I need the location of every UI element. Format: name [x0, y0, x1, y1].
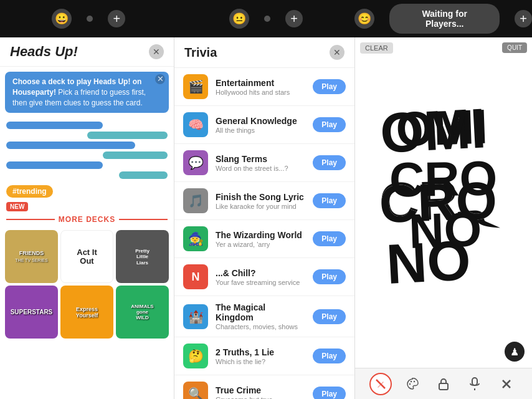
- play-button-finishthesong[interactable]: Play: [313, 193, 346, 208]
- deck-card-label: ExpressYourself: [76, 306, 98, 319]
- more-decks-line-right: [119, 219, 168, 220]
- top-bar-section-2: 😐 +: [178, 0, 355, 37]
- play-button-generalknowledge[interactable]: Play: [313, 117, 346, 132]
- avatar-1: 😀: [52, 9, 72, 29]
- top-bar-section-1: 😀 +: [0, 0, 178, 37]
- play-button-wizarding[interactable]: Play: [313, 231, 346, 246]
- trivia-text-chill: ...& Chill? Your fave streaming service: [216, 268, 305, 286]
- play-button-entertainment[interactable]: Play: [313, 79, 346, 94]
- player-icon-area: ♟: [505, 342, 525, 362]
- play-button-magickingdom[interactable]: Play: [313, 309, 346, 324]
- trending-area: #trending: [0, 183, 174, 200]
- deck-card-superstars[interactable]: SUPERSTARS: [5, 286, 58, 339]
- play-button-truecrime[interactable]: Play: [313, 387, 346, 399]
- microphone-icon: [469, 377, 480, 391]
- top-bar: 😀 + 😐 + 😊 Waiting for Players... +: [0, 0, 532, 37]
- trivia-item-name: Entertainment: [216, 78, 305, 88]
- chat-bubble: [119, 171, 168, 179]
- trivia-icon-truths: 🤔: [183, 344, 208, 368]
- trivia-close-button[interactable]: ✕: [330, 45, 344, 60]
- trivia-text-entertainment: Entertainment Hollywood hits and stars: [216, 78, 305, 96]
- deck-card-label: FRIENDSTHE TV SERIES: [15, 250, 47, 264]
- trivia-item-truecrime: 🔍 True Crime Gruesome but true Play: [174, 375, 354, 399]
- trivia-item-entertainment: 🎬 Entertainment Hollywood hits and stars…: [174, 68, 354, 106]
- deck-card-label: ANIMALSgoneWILD: [131, 304, 153, 320]
- headsup-close-button[interactable]: ✕: [149, 44, 164, 59]
- deck-card-label: SUPERSTARS: [11, 309, 53, 315]
- trivia-header: Trivia ✕: [174, 37, 354, 68]
- deck-card-label: PrettyLittleLiars: [135, 248, 150, 266]
- chat-bubble: [103, 151, 168, 159]
- add-button-3[interactable]: +: [515, 10, 532, 27]
- trivia-panel: Trivia ✕ 🎬 Entertainment Hollywood hits …: [174, 37, 355, 399]
- more-decks-line-left: [6, 219, 55, 220]
- trivia-icon-magickingdom: 🏰: [183, 304, 208, 329]
- palette-button[interactable]: [401, 373, 424, 395]
- avatar-2: 😐: [229, 9, 249, 29]
- chat-row-2: [6, 132, 168, 139]
- trivia-text-finishthesong: Finish the Song Lyric Like karaoke for y…: [216, 192, 305, 210]
- main-content: Heads Up! ✕ ✕ Choose a deck to play Head…: [0, 37, 532, 399]
- trivia-icon-truecrime: 🔍: [183, 382, 208, 399]
- trivia-item-name: Finish the Song Lyric: [216, 192, 305, 202]
- trivia-item-desc: Your fave streaming service: [216, 279, 305, 286]
- palette-icon: [406, 378, 419, 390]
- svg-rect-10: [472, 378, 477, 385]
- add-button-1[interactable]: +: [108, 10, 125, 27]
- deck-card-expressyourself[interactable]: ExpressYourself: [60, 286, 113, 339]
- add-button-2[interactable]: +: [285, 10, 303, 27]
- deck-card-prettylittleliars[interactable]: PrettyLittleLiars: [116, 230, 169, 283]
- trivia-item-truths: 🤔 2 Truths, 1 Lie Which is the lie? Play: [174, 337, 354, 375]
- deck-grid: FRIENDSTHE TV SERIES Act ItOut PrettyLit…: [0, 228, 174, 341]
- game-panel: CLEAR QUIT OMI CR𝁤 CRO CRO NO OMI CRO NO: [355, 37, 532, 399]
- deck-card-friends[interactable]: FRIENDSTHE TV SERIES: [5, 230, 58, 283]
- headsup-title: Heads Up!: [10, 44, 78, 60]
- microphone-button[interactable]: [463, 373, 486, 395]
- more-decks-header: MORE DECKS: [0, 211, 174, 228]
- quit-button[interactable]: QUIT: [502, 42, 527, 53]
- chat-bubble: [6, 122, 103, 129]
- deck-card-animalsgonewild[interactable]: ANIMALSgoneWILD: [116, 286, 169, 339]
- drawing-line-1: OMI CRO NO: [379, 101, 508, 259]
- trivia-list: 🎬 Entertainment Hollywood hits and stars…: [174, 68, 354, 399]
- trivia-item-slangterms: 💬 Slang Terms Word on the street is...? …: [174, 144, 354, 182]
- trivia-text-wizarding: The Wizarding World Yer a wizard, 'arry: [216, 230, 305, 248]
- avatar-3: 😊: [354, 9, 374, 29]
- trivia-icon-generalknowledge: 🧠: [183, 112, 208, 137]
- waiting-button[interactable]: Waiting for Players...: [389, 4, 500, 34]
- player-icon: ♟: [505, 342, 525, 362]
- trivia-icon-entertainment: 🎬: [183, 74, 208, 99]
- trivia-item-name: True Crime: [216, 385, 305, 395]
- lock-button[interactable]: [432, 373, 455, 395]
- clear-button[interactable]: CLEAR: [360, 42, 393, 54]
- chat-bubble: [87, 132, 168, 139]
- play-button-chill[interactable]: Play: [313, 269, 346, 284]
- chat-row-5: [6, 161, 168, 169]
- chat-bubble: [6, 161, 103, 169]
- close-game-button[interactable]: [495, 373, 518, 395]
- drawing-area: OMI CR𝁤 CRO CRO NO OMI CRO NO: [355, 37, 532, 368]
- pencil-off-button[interactable]: [369, 373, 392, 395]
- trivia-item-desc: Characters, movies, shows: [216, 323, 305, 330]
- info-close-icon[interactable]: ✕: [155, 74, 165, 84]
- trivia-item-desc: Hollywood hits and stars: [216, 89, 305, 96]
- play-button-slangterms[interactable]: Play: [313, 155, 346, 170]
- trivia-item-desc: Word on the street is...?: [216, 165, 305, 172]
- trivia-item-name: 2 Truths, 1 Lie: [216, 347, 305, 357]
- chat-row-6: [6, 171, 168, 179]
- trivia-icon-chill: N: [183, 264, 208, 289]
- more-decks-label: MORE DECKS: [59, 215, 115, 224]
- deck-card-actitout[interactable]: Act ItOut: [60, 230, 113, 283]
- trivia-text-truths: 2 Truths, 1 Lie Which is the lie?: [216, 347, 305, 365]
- trivia-item-finishthesong: 🎵 Finish the Song Lyric Like karaoke for…: [174, 182, 354, 220]
- drawing-content: OMI CRO NO: [381, 103, 506, 302]
- trivia-item-desc: Gruesome but true: [216, 396, 305, 400]
- game-bottom-bar: [355, 368, 532, 399]
- new-badge: NEW: [6, 202, 28, 211]
- lock-icon: [438, 378, 449, 390]
- play-button-truths[interactable]: Play: [313, 349, 346, 363]
- trivia-item-desc: All the things: [216, 127, 305, 134]
- trivia-item-name: Slang Terms: [216, 154, 305, 164]
- svg-point-7: [410, 380, 411, 382]
- trending-badge: #trending: [6, 185, 53, 198]
